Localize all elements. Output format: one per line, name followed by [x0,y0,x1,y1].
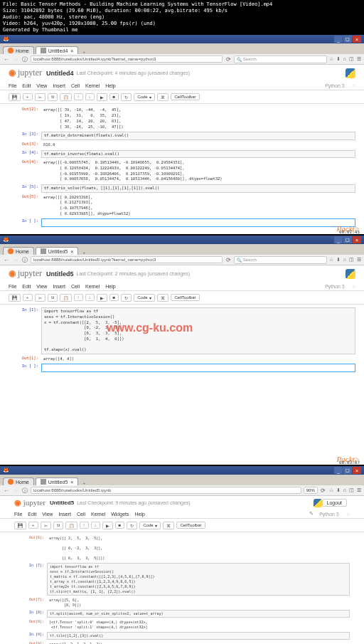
celltype-select[interactable]: Code▾ [134,93,155,101]
sidebar-icon[interactable]: ◫ [349,257,354,263]
celltoolbar-select[interactable]: CellToolbar [171,93,199,100]
add-cell-button[interactable]: + [23,294,33,301]
run-button[interactable]: ▶ [102,522,113,529]
download-icon[interactable]: ⬇ [336,487,341,493]
menu-icon[interactable]: ☰ [357,257,361,263]
menu-insert[interactable]: Insert [53,284,65,289]
celltoolbar-select[interactable]: CellToolbar [171,294,199,301]
menu-help[interactable]: Help [135,512,145,517]
minimize-button[interactable]: _ [334,236,343,243]
forward-button[interactable]: → [12,487,19,494]
back-button[interactable]: ← [3,256,10,263]
home-icon[interactable]: ⌂ [343,487,346,493]
cut-button[interactable]: ✂ [35,93,46,101]
menu-icon[interactable]: ☰ [357,487,361,493]
menu-view[interactable]: View [36,83,47,88]
menu-kernel[interactable]: Kernel [91,512,105,517]
new-tab-button[interactable]: + [80,481,88,485]
code-cell-empty[interactable] [41,364,355,372]
self-icon[interactable]: ☆ [329,487,333,493]
download-icon[interactable]: ⬇ [336,56,341,62]
self-icon[interactable]: ☆ [329,56,333,62]
code-cell[interactable]: import tensorflow as tf sess = tf.Intera… [47,563,350,596]
menu-insert[interactable]: Insert [58,512,71,517]
code-cell[interactable]: tf.matrix_solve(floats, [[1],[1],[1],[1]… [41,184,355,193]
close-button[interactable]: × [353,36,361,43]
move-down-button[interactable]: ↓ [91,522,100,529]
move-up-button[interactable]: ↑ [74,294,83,301]
restart-button[interactable]: ↻ [121,294,132,302]
command-palette-button[interactable]: ⌘ [163,522,174,529]
move-down-button[interactable]: ↓ [85,93,95,100]
add-cell-button[interactable]: + [23,93,33,100]
menu-help[interactable]: Help [105,284,115,289]
sidebar-icon[interactable]: ◫ [349,487,354,493]
move-up-button[interactable]: ↑ [74,93,83,100]
close-button[interactable]: × [353,236,361,243]
code-cell[interactable]: import tensorflow as tf sess = tf.Intera… [41,307,355,354]
copy-button[interactable]: ⧉ [48,294,58,302]
tab-home[interactable]: Home [3,46,34,54]
stop-button[interactable]: ■ [115,522,125,529]
reload-button[interactable]: ⟳ [320,487,327,494]
code-cell-empty[interactable] [41,218,355,227]
close-button[interactable]: × [353,467,361,474]
command-palette-button[interactable]: ⌘ [157,294,168,302]
celltoolbar-select[interactable]: CellToolbar [176,522,205,529]
run-button[interactable]: ▶ [97,93,107,101]
add-cell-button[interactable]: + [28,522,38,529]
paste-button[interactable]: 📋 [65,522,77,529]
search-input[interactable]: 🔍 Search [234,256,327,264]
jupyter-logo[interactable]: ◉ jupyter [9,268,42,279]
forward-button[interactable]: → [12,256,19,263]
save-button[interactable]: 💾 [9,93,21,101]
menu-view[interactable]: View [36,284,47,289]
move-down-button[interactable]: ↓ [85,294,95,301]
jupyter-logo[interactable]: ◉ jupyter [14,498,46,507]
url-input[interactable]: localhost:8888/notebooks/Untitled4.ipynb… [31,56,223,63]
zoom-level[interactable]: 90% [304,487,318,494]
menu-widgets[interactable]: Widgets [111,512,129,517]
notebook-title[interactable]: Untitled5 [50,500,74,506]
tab-notebook[interactable]: Untitled5× [36,247,79,255]
notebook-title[interactable]: Untitled4 [46,70,74,77]
search-input[interactable]: 🔍 Search [234,56,327,63]
paste-button[interactable]: 📋 [60,93,72,101]
paste-button[interactable]: 📋 [60,294,72,302]
menu-file[interactable]: File [9,284,16,289]
minimize-button[interactable]: _ [334,36,343,43]
maximize-button[interactable]: ◻ [343,467,352,474]
maximize-button[interactable]: ◻ [343,36,352,43]
save-button[interactable]: 💾 [14,522,26,529]
cut-button[interactable]: ✂ [35,294,46,302]
minimize-button[interactable]: _ [334,467,343,474]
back-button[interactable]: ← [3,56,10,63]
sidebar-icon[interactable]: ◫ [349,56,354,62]
stop-button[interactable]: ■ [109,93,119,100]
menu-cell[interactable]: Cell [77,512,85,517]
command-palette-button[interactable]: ⌘ [157,93,168,101]
menu-insert[interactable]: Insert [53,83,65,88]
restart-button[interactable]: ↻ [127,522,137,529]
notebook-title[interactable]: Untitled5 [46,270,74,278]
cut-button[interactable]: ✂ [41,522,51,529]
home-icon[interactable]: ⌂ [343,257,346,263]
url-input[interactable]: localhost:8888/notebooks/Untitled5.ipynb… [31,256,223,263]
reload-button[interactable]: ⟳ [225,56,232,63]
maximize-button[interactable]: ◻ [343,236,352,243]
menu-kernel[interactable]: Kernel [85,83,100,88]
copy-button[interactable]: ⧉ [48,93,58,101]
code-cell[interactable]: tf.split(axis=0, num_or_size_splits=2, v… [47,610,350,618]
jupyter-logo[interactable]: ◉ jupyter [9,68,42,78]
stop-button[interactable]: ■ [109,294,119,301]
celltype-select[interactable]: Code▾ [139,522,161,529]
tab-notebook[interactable]: Untitled4× [36,46,79,54]
menu-view[interactable]: View [42,512,53,517]
new-tab-button[interactable]: + [80,50,88,54]
menu-kernel[interactable]: Kernel [85,284,100,289]
tab-home[interactable]: Home [3,247,34,255]
copy-button[interactable]: ⧉ [53,522,63,529]
run-button[interactable]: ▶ [97,294,107,302]
menu-icon[interactable]: ☰ [357,56,361,62]
menu-cell[interactable]: Cell [71,83,80,88]
